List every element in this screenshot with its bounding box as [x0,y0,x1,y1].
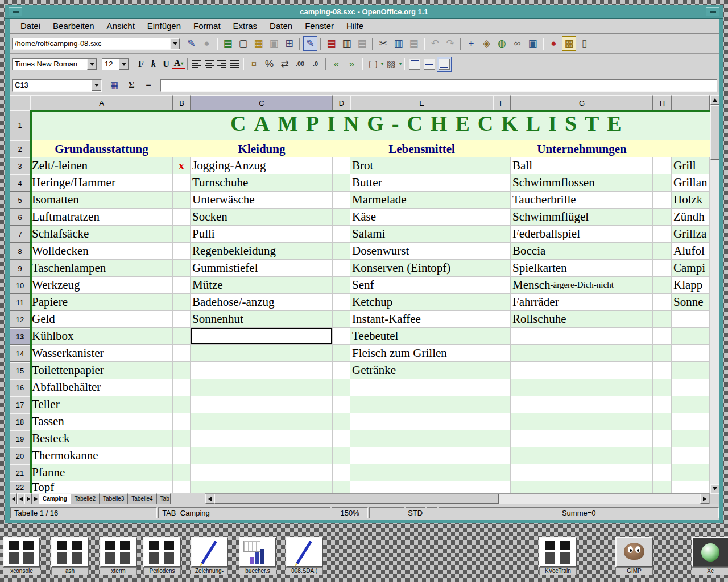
cell-C3[interactable]: Jogging-Anzug [191,157,333,174]
italic-icon[interactable]: k [147,58,160,70]
cell-I14[interactable] [672,345,710,362]
cell-I19[interactable] [672,430,710,447]
hyperlink-bar-icon[interactable]: ∞ [510,36,524,51]
align-bottom-icon[interactable] [437,57,452,72]
row-header-14[interactable]: 14 [10,345,30,362]
cell-G11[interactable]: Fahrräder [511,294,653,311]
taskbar-icon-xc[interactable]: Xc [692,537,728,575]
cell-A18[interactable]: Tassen [30,413,173,430]
cell-C18[interactable] [191,413,333,430]
number-format-percent-icon[interactable]: % [262,57,276,71]
cut-icon[interactable]: ✂ [376,36,390,51]
cell-F18[interactable] [493,413,511,430]
cell-C19[interactable] [191,430,333,447]
cell-reference-value[interactable]: C13 [13,80,92,91]
copy-icon[interactable]: ▥ [391,36,406,51]
cell-C14[interactable] [191,345,333,362]
row-header-10[interactable]: 10 [10,277,30,294]
save-all-icon[interactable]: ⊞ [282,36,296,51]
cell-E13[interactable]: Teebeutel [350,328,493,345]
cell-H13[interactable] [653,328,672,345]
font-name-value[interactable]: Times New Roman [13,59,87,70]
cell-G12[interactable]: Rollschuhe [511,311,653,328]
cell-A22[interactable]: Topf [30,481,173,493]
cell-I3[interactable]: Grill [672,157,710,174]
cell-C15[interactable] [191,362,333,379]
cell-H21[interactable] [653,464,672,481]
add-decimal-icon[interactable]: .00 [293,57,307,71]
cell-H11[interactable] [653,294,672,311]
online-layout-icon[interactable]: ▣ [526,36,540,51]
taskbar-icon-kvoctrain[interactable]: KVocTrain [539,537,577,575]
cell-F15[interactable] [493,362,511,379]
number-format-standard-icon[interactable]: ⇄ [278,57,292,71]
cell-G6[interactable]: Schwimmflügel [511,209,653,226]
title-bar[interactable]: camping-08.sxc - OpenOffice.org 1.1 [5,5,723,19]
cell-H7[interactable] [653,226,672,243]
cell-A15[interactable]: Toilettenpapier [30,362,173,379]
status-sheet-position[interactable]: Tabelle 1 / 16 [10,507,157,518]
cell-I6[interactable]: Zündh [672,209,710,226]
cell-A17[interactable]: Teller [30,396,173,413]
cell-A10[interactable]: Werkzeug [30,277,173,294]
delete-decimal-icon[interactable]: .0 [308,57,322,71]
scroll-left-button[interactable] [205,494,214,504]
navigator-icon[interactable]: + [464,36,478,51]
cell-C16[interactable] [191,379,333,396]
cell-A12[interactable]: Geld [30,311,173,328]
cell-E14[interactable]: Fleisch zum Grillen [350,345,493,362]
cell-H8[interactable] [653,243,672,260]
cell-A20[interactable]: Thermokanne [30,447,173,464]
row-header-12[interactable]: 12 [10,311,30,328]
cell-H9[interactable] [653,260,672,277]
cell-D15[interactable] [333,362,350,379]
cell-H6[interactable] [653,209,672,226]
status-insert-mode[interactable] [369,507,404,518]
cell-C17[interactable] [191,396,333,413]
cell-D5[interactable] [333,192,350,209]
col-header-a[interactable]: A [30,95,173,110]
cell-D16[interactable] [333,379,350,396]
row-header-5[interactable]: 5 [10,192,30,209]
cell-G21[interactable] [511,464,653,481]
cell-C4[interactable]: Turnschuhe [191,174,333,192]
row-header-22[interactable]: 22 [10,481,30,493]
align-left-icon[interactable] [191,58,203,70]
cell-E10[interactable]: Senf [350,277,493,294]
sheet-tab-tab[interactable]: Tab [157,493,171,504]
cell-D7[interactable] [333,226,350,243]
cell-D4[interactable] [333,174,350,192]
cell-G17[interactable] [511,396,653,413]
cell-E3[interactable]: Brot [350,157,493,174]
cell-E17[interactable] [350,396,493,413]
align-center-icon[interactable] [203,58,216,70]
font-color-icon[interactable]: A▾ [172,59,185,69]
cell-C5[interactable]: Unterwäsche [191,192,333,209]
cell-H17[interactable] [653,396,672,413]
cell-F4[interactable] [493,174,511,192]
edit-file-icon[interactable]: ✎ [184,36,198,51]
cell-C6[interactable]: Socken [191,209,333,226]
cell-E5[interactable]: Marmelade [350,192,493,209]
cell-A5[interactable]: Isomatten [30,192,173,209]
cell-A6[interactable]: Luftmatratzen [30,209,173,226]
cell-G13[interactable] [511,328,653,345]
cell-B4[interactable] [173,174,191,192]
hyperlink-icon[interactable]: ◍ [495,36,509,51]
cell-I13[interactable] [672,328,710,345]
taskbar-icon-xterm[interactable]: xterm [100,537,137,575]
cell-B21[interactable] [173,464,191,481]
stylist-icon[interactable]: ◈ [479,36,494,51]
cell-A7[interactable]: Schlafsäcke [30,226,173,243]
cell-reference-dropdown-button[interactable] [92,80,101,91]
cell-D10[interactable] [333,277,350,294]
status-sum-display[interactable]: Summe=0 [439,507,719,518]
cell-F20[interactable] [493,447,511,464]
cell-A21[interactable]: Pfanne [30,464,173,481]
cell-H10[interactable] [653,277,672,294]
cell-G20[interactable] [511,447,653,464]
cell-D11[interactable] [333,294,350,311]
status-modified-flag[interactable] [427,507,438,518]
cell-G22[interactable] [511,481,653,493]
cell-G10[interactable]: Mensch-ärgere-Dich-nicht [511,277,653,294]
